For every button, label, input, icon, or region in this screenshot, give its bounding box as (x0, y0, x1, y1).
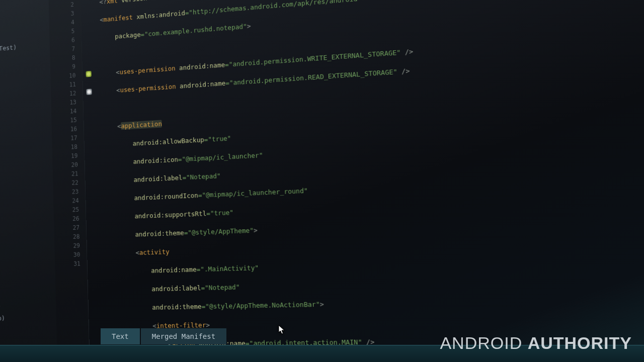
tree-item[interactable]: ersion) (0, 301, 5, 313)
tree-item[interactable]: for app) (0, 313, 5, 324)
line-number[interactable]: 29 (54, 241, 87, 251)
gutter-resource-icon (86, 88, 92, 95)
code-area[interactable]: <?xml version="1.0" encoding="utf-8"?> <… (80, 0, 644, 362)
tab-merged-manifest[interactable]: Merged Manifest (141, 328, 226, 344)
line-number[interactable]: 30 (55, 250, 87, 260)
ide-viewport: (androidTest) (test) ersion) for app) us… (0, 0, 644, 362)
watermark: ANDROID AUTHORITY (440, 333, 632, 353)
workspace: (androidTest) (test) ersion) for app) us… (0, 0, 644, 362)
tab-text[interactable]: Text (101, 328, 140, 344)
line-number[interactable]: 28 (54, 232, 87, 242)
line-number[interactable]: 31 (55, 259, 87, 269)
tree-item[interactable]: (test) (0, 51, 50, 68)
gutter-app-icon (86, 71, 91, 77)
project-tree[interactable]: (androidTest) (test) ersion) for app) (0, 0, 57, 362)
line-number[interactable]: 27 (54, 223, 86, 233)
design-mode-tabs: Text Merged Manifest (101, 328, 226, 344)
editor: uses-permission C NoteSelect.java × ❐ co… (48, 0, 644, 362)
